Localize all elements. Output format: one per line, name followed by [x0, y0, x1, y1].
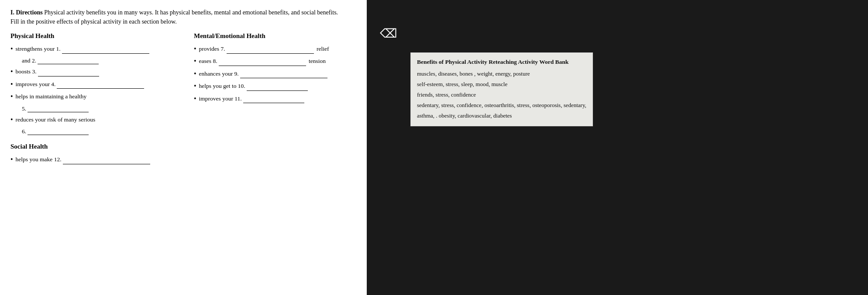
bullet-icon: • [194, 56, 196, 66]
bullet-icon: • [194, 94, 196, 104]
item-6-field[interactable] [28, 127, 89, 135]
bullet-icon: • [10, 115, 13, 125]
left-panel: I. Directions Physical activity benefits… [0, 0, 367, 295]
item-11-field[interactable] [243, 95, 304, 103]
item-8-before: eases [199, 56, 213, 66]
item-3-before: boosts [16, 67, 32, 76]
list-item: • helps you get to 10. [194, 81, 351, 91]
item-10-field[interactable] [247, 83, 308, 91]
item-10-number: 10. [238, 81, 245, 91]
list-item: • enhances your 9. [194, 69, 351, 79]
item-10-before: helps you get to [199, 81, 238, 91]
right-panel: ⌫ Benefits of Physical Activity Reteachi… [367, 0, 868, 295]
cursor-icon: ⌫ [380, 26, 397, 41]
bullet-icon: • [10, 67, 13, 76]
word-bank-title: Benefits of Physical Activity Reteaching… [417, 57, 586, 67]
item-text: enhances your 9. [199, 69, 329, 79]
bullet-icon: • [194, 44, 196, 54]
word-bank-line-5: asthma, . obesity, cardiovascular, diabe… [417, 111, 586, 121]
list-item: 6. [10, 127, 185, 135]
item-8-field[interactable] [219, 58, 306, 66]
item-12-field[interactable] [63, 156, 150, 164]
item-1-before: strengthens your [16, 44, 56, 54]
list-item: 5. [10, 104, 185, 112]
main-content: Physical Health • strengthens your 1. an… [10, 32, 356, 167]
directions: I. Directions Physical activity benefits… [10, 8, 342, 26]
col-physical-social: Physical Health • strengthens your 1. an… [10, 32, 194, 167]
item-8-number: 8. [213, 56, 217, 66]
list-item: • eases 8. tension [194, 56, 351, 66]
item-text: provides 7. relief [199, 44, 329, 54]
item-4-number: 4. [51, 80, 55, 89]
item-text: strengthens your 1. [16, 44, 151, 54]
item-1-field[interactable] [62, 46, 149, 54]
item-text: helps you get to 10. [199, 81, 309, 91]
item-12-before: helps you make [16, 155, 54, 164]
list-item: • improves your 4. [10, 80, 185, 89]
item-9-before: enhances your [199, 69, 234, 79]
item-12-number: 12. [54, 155, 62, 164]
item-11-number: 11. [234, 94, 241, 104]
word-bank-line-2: self-esteem, stress, sleep, mood, muscle [417, 80, 586, 89]
item-8-after: tension [307, 56, 326, 66]
bullet-icon: • [10, 80, 13, 89]
list-item: • helps in maintaining a healthy [10, 92, 185, 101]
bullet-icon: • [194, 69, 196, 79]
directions-label: I. Directions [10, 9, 43, 16]
item-text: helps you make 12. [16, 155, 152, 164]
item-text: helps in maintaining a healthy [16, 92, 87, 101]
item-7-field[interactable] [227, 46, 314, 54]
item-4-before: improves your [16, 80, 52, 89]
list-item: and 2. [10, 56, 185, 64]
social-health-title: Social Health [10, 143, 185, 150]
item-text: eases 8. tension [199, 56, 326, 66]
item-3-number: 3. [32, 67, 37, 76]
item-2-field[interactable] [38, 56, 99, 64]
item-6-number: 6. [22, 128, 26, 135]
item-5-field[interactable] [28, 104, 89, 112]
item-text: boosts 3. [16, 67, 100, 76]
item-1-number: 1. [56, 44, 61, 54]
item-9-field[interactable] [240, 70, 327, 78]
word-bank-box: Benefits of Physical Activity Reteaching… [410, 52, 593, 126]
bullet-icon: • [10, 44, 13, 54]
list-item: • improves your 11. [194, 94, 351, 104]
word-bank-line-4: sedentary, stress, confidence, osteoarth… [417, 101, 586, 110]
col-mental: Mental/Emotional Health • provides 7. re… [194, 32, 351, 167]
item-7-before: provides [199, 44, 221, 54]
item-5-before: helps in maintaining a healthy [16, 92, 87, 101]
item-7-number: 7. [220, 44, 225, 54]
mental-health-title: Mental/Emotional Health [194, 32, 351, 40]
item-2-number: 2. [32, 57, 36, 64]
item-7-after: relief [315, 44, 329, 54]
list-item: • strengthens your 1. [10, 44, 185, 54]
list-item: • provides 7. relief [194, 44, 351, 54]
list-item: • boosts 3. [10, 67, 185, 76]
item-2-before: and [22, 57, 32, 64]
list-item: • helps you make 12. [10, 155, 185, 164]
word-bank-line-3: friends, stress, confidence [417, 90, 586, 100]
item-4-field[interactable] [57, 81, 144, 89]
item-text: improves your 11. [199, 94, 306, 104]
physical-health-title: Physical Health [10, 32, 185, 40]
list-item: • reduces your risk of many serious [10, 115, 185, 125]
item-text: reduces your risk of many serious [16, 115, 96, 125]
item-9-number: 9. [234, 69, 239, 79]
item-text: improves your 4. [16, 80, 146, 89]
word-bank-line-1: muscles, diseases, bones , weight, energ… [417, 69, 586, 79]
item-5-number: 5. [22, 105, 26, 112]
item-11-before: improves your [199, 94, 235, 104]
item-3-field[interactable] [38, 69, 99, 76]
directions-text: Physical activity benefits you in many w… [10, 9, 338, 25]
bullet-icon: • [194, 81, 196, 91]
bullet-icon: • [10, 92, 13, 101]
bullet-icon: • [10, 155, 13, 164]
item-6-before: reduces your risk of many serious [16, 115, 96, 125]
